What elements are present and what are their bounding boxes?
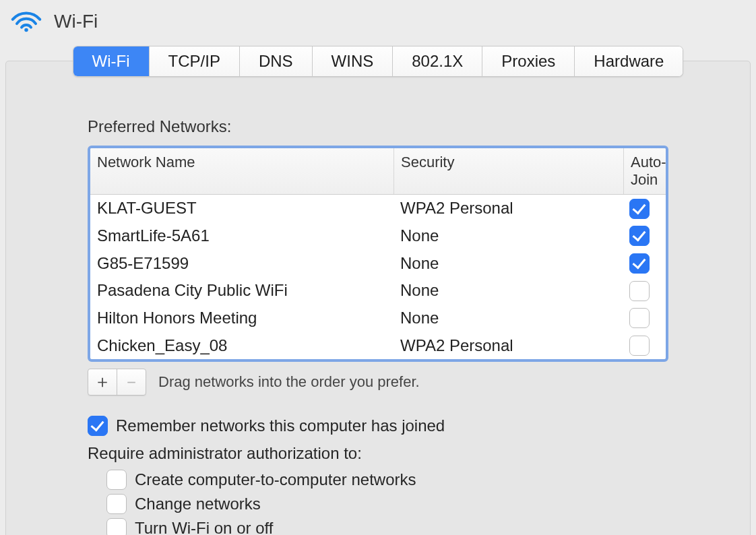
network-security: None	[393, 307, 623, 329]
network-name: SmartLife-5A61	[90, 225, 393, 247]
add-remove-button-group: ＋ －	[88, 369, 146, 396]
tab-dns[interactable]: DNS	[240, 46, 313, 76]
admin-opt-label: Change networks	[135, 495, 261, 513]
auto-join-checkbox[interactable]	[629, 226, 650, 246]
add-network-button[interactable]: ＋	[88, 369, 117, 395]
network-name: Chicken_Easy_08	[90, 335, 393, 356]
table-row[interactable]: KLAT-GUESTWPA2 Personal	[90, 195, 666, 222]
networks-table: Network Name Security Auto-Join KLAT-GUE…	[88, 146, 668, 362]
table-header: Network Name Security Auto-Join	[90, 148, 666, 195]
tab-hardware[interactable]: Hardware	[575, 46, 683, 76]
network-security: None	[393, 225, 623, 247]
network-name: Pasadena City Public WiFi	[90, 280, 393, 301]
column-auto-join[interactable]: Auto-Join	[623, 148, 668, 194]
tab-wi-fi[interactable]: Wi-Fi	[73, 46, 150, 76]
admin-opt-label: Create computer-to-computer networks	[135, 470, 416, 489]
auto-join-checkbox[interactable]	[629, 281, 650, 301]
require-admin-label: Require administrator authorization to:	[88, 444, 668, 463]
column-security[interactable]: Security	[393, 148, 623, 194]
auto-join-checkbox[interactable]	[629, 336, 650, 356]
network-security: WPA2 Personal	[393, 197, 623, 219]
network-security: None	[393, 280, 623, 301]
column-network-name[interactable]: Network Name	[90, 148, 393, 194]
table-row[interactable]: Chicken_Easy_08WPA2 Personal	[90, 332, 666, 359]
network-name: KLAT-GUEST	[90, 197, 393, 219]
auto-join-checkbox[interactable]	[629, 199, 650, 219]
drag-hint-text: Drag networks into the order you prefer.	[158, 373, 420, 391]
admin-opt-checkbox[interactable]	[106, 518, 127, 535]
network-security: None	[393, 253, 623, 274]
tab-wins[interactable]: WINS	[313, 46, 393, 76]
table-row[interactable]: G85-E71599None	[90, 249, 666, 277]
network-security: WPA2 Personal	[393, 335, 623, 356]
page-title: Wi-Fi	[54, 11, 98, 32]
remember-networks-label: Remember networks this computer has join…	[116, 416, 445, 435]
admin-opt-checkbox[interactable]	[106, 494, 127, 514]
admin-opt-label: Turn Wi-Fi on or off	[135, 519, 273, 535]
preferred-networks-label: Preferred Networks:	[88, 117, 668, 136]
wifi-icon	[9, 8, 43, 35]
tab-802-1x[interactable]: 802.1X	[393, 46, 482, 76]
remember-networks-checkbox[interactable]	[88, 416, 108, 436]
tabbar: Wi-FiTCP/IPDNSWINS802.1XProxiesHardware	[73, 46, 684, 77]
table-row[interactable]: Pasadena City Public WiFiNone	[90, 277, 666, 305]
tab-proxies[interactable]: Proxies	[482, 46, 575, 76]
network-name: Hilton Honors Meeting	[90, 307, 393, 329]
network-name: G85-E71599	[90, 253, 393, 274]
tab-tcp-ip[interactable]: TCP/IP	[150, 46, 240, 76]
table-row[interactable]: Hilton Honors MeetingNone	[90, 305, 666, 332]
admin-opt-checkbox[interactable]	[106, 470, 127, 490]
table-row[interactable]: SmartLife-5A61None	[90, 222, 666, 250]
svg-point-0	[24, 28, 28, 32]
remove-network-button[interactable]: －	[117, 369, 146, 395]
auto-join-checkbox[interactable]	[629, 308, 650, 328]
auto-join-checkbox[interactable]	[629, 253, 650, 274]
